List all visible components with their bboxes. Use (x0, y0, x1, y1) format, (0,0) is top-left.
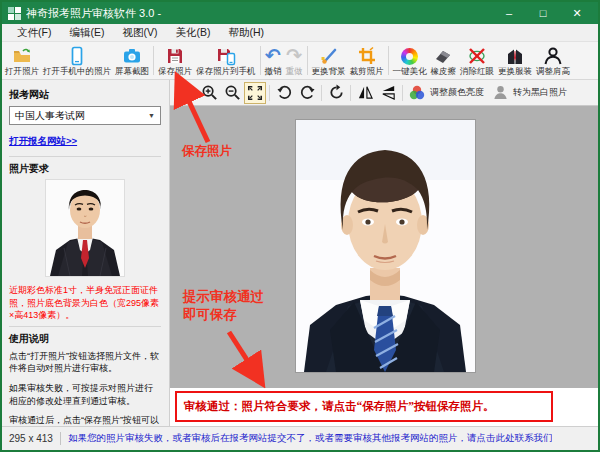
divider (9, 156, 161, 157)
sample-photo (9, 180, 161, 280)
save-photo-button[interactable]: 保存照片 (156, 42, 194, 79)
usage-paragraph: 如果审核失败，可按提示对照片进行相应的修改处理直到通过审核。 (9, 382, 161, 407)
save-to-phone-button[interactable]: 保存照片到手机 (194, 42, 258, 79)
save-to-phone-icon (216, 46, 236, 66)
rotate-right-button[interactable] (296, 82, 318, 104)
result-strip: 审核通过：照片符合要求，请点击“保存照片”按钮保存照片。 (170, 388, 598, 426)
divider (9, 326, 161, 327)
toolbar-separator (402, 85, 403, 101)
photo-dimensions: 295 x 413 (9, 433, 53, 444)
screenshot-button[interactable]: 屏幕截图 (113, 42, 151, 79)
fit-screen-icon (247, 85, 263, 101)
crop-photo-icon (357, 46, 377, 66)
grayscale-icon (492, 84, 509, 101)
usage-paragraph: 点击“打开照片”按钮选择照片文件，软件将自动对照片进行审核。 (9, 350, 161, 375)
open-phone-photo-button[interactable]: 打开手机中的照片 (41, 42, 113, 79)
open-site-link[interactable]: 打开报名网站>> (9, 135, 77, 148)
fit-screen-button[interactable] (244, 82, 266, 104)
redo-icon: ↷ (286, 46, 302, 66)
adjust-color-button[interactable] (406, 82, 428, 104)
menu-view[interactable]: 视图(V) (113, 24, 166, 41)
rotate-left-button[interactable] (273, 82, 295, 104)
chevron-down-icon: ▼ (148, 112, 155, 119)
maximize-button[interactable]: □ (526, 2, 560, 24)
toolbar-separator (153, 46, 154, 75)
crop-photo-button[interactable]: 裁剪照片 (348, 42, 386, 79)
rotate-free-button[interactable] (325, 82, 347, 104)
minimize-button[interactable]: – (492, 2, 526, 24)
flip-vertical-button[interactable] (377, 82, 399, 104)
toolbar-separator (260, 46, 261, 75)
remove-red-eye-button[interactable]: 消除红眼 (458, 42, 496, 79)
menu-beautify[interactable]: 美化(B) (166, 24, 219, 41)
rotate-free-icon (328, 84, 345, 101)
menu-bar: 文件(F) 编辑(E) 视图(V) 美化(B) 帮助(H) (2, 24, 598, 42)
rotate-right-icon (299, 84, 316, 101)
undo-icon: ↶ (265, 46, 281, 66)
main-toolbar: 打开照片 打开手机中的照片 屏幕截图 保存照片 保存照片到手机 (2, 42, 598, 80)
toolbar-separator (269, 85, 270, 101)
usage-header: 使用说明 (9, 332, 161, 346)
status-message-link[interactable]: 如果您的照片审核失败，或者审核后在报考网站提交不了，或者需要审核其他报考网站的照… (68, 432, 553, 445)
change-clothes-icon (505, 46, 525, 66)
adjust-shoulders-button[interactable]: 调整肩高 (534, 42, 572, 79)
sidebar: 报考网站 中国人事考试网 ▼ 打开报名网站>> 照片要求 (2, 80, 170, 426)
site-section-header: 报考网站 (9, 88, 161, 102)
open-phone-photo-icon (67, 46, 87, 66)
app-window: 神奇报考照片审核软件 3.0 - – □ ✕ 文件(F) 编辑(E) 视图(V)… (0, 0, 600, 452)
grayscale-button[interactable] (489, 82, 511, 104)
usage-paragraph: 审核通过后，点击“保存照片”按钮可以将通过后的照片保存到文件中。 (9, 414, 161, 426)
one-key-beautify-button[interactable]: 一键美化 (391, 42, 429, 79)
main-panel: 调整颜色亮度 转为黑白照片 (170, 80, 598, 426)
adjust-shoulders-icon (543, 46, 563, 66)
audit-result-box: 审核通过：照片符合要求，请点击“保存照片”按钮保存照片。 (175, 391, 553, 422)
exam-site-selected-value: 中国人事考试网 (15, 109, 85, 123)
grayscale-label[interactable]: 转为黑白照片 (513, 86, 567, 99)
redo-button[interactable]: ↷ 重做 (284, 42, 305, 79)
divider (60, 432, 61, 445)
exam-site-select[interactable]: 中国人事考试网 ▼ (9, 106, 161, 125)
eraser-icon (433, 46, 453, 66)
open-photo-icon (12, 46, 32, 66)
eraser-button[interactable]: 橡皮擦 (429, 42, 459, 79)
requirements-text: 近期彩色标准1寸，半身免冠正面证件照，照片底色背景为白色（宽295像素×高413… (9, 284, 161, 322)
close-button[interactable]: ✕ (560, 2, 594, 24)
app-logo-icon (8, 7, 21, 20)
requirements-header: 照片要求 (9, 162, 161, 176)
title-bar: 神奇报考照片审核软件 3.0 - – □ ✕ (2, 2, 598, 24)
toolbar-separator (388, 46, 389, 75)
zoom-in-button[interactable] (198, 82, 220, 104)
open-photo-button[interactable]: 打开照片 (3, 42, 41, 79)
photo-canvas (170, 106, 598, 388)
change-background-icon (319, 46, 339, 66)
change-clothes-button[interactable]: 更换服装 (496, 42, 534, 79)
zoom-out-button[interactable] (221, 82, 243, 104)
undo-button[interactable]: ↶ 撤销 (263, 42, 284, 79)
window-title: 神奇报考照片审核软件 3.0 - (26, 6, 492, 21)
main-photo[interactable] (296, 120, 475, 372)
toolbar-separator (307, 46, 308, 75)
adjust-color-icon (408, 84, 426, 102)
audit-result-text: 审核通过：照片符合要求，请点击“保存照片”按钮保存照片。 (184, 399, 495, 414)
screenshot-icon (122, 46, 142, 66)
save-photo-icon (165, 46, 185, 66)
menu-file[interactable]: 文件(F) (8, 24, 60, 41)
toolbar-separator (350, 85, 351, 101)
menu-help[interactable]: 帮助(H) (219, 24, 273, 41)
toolbar-separator (321, 85, 322, 101)
magnifier-button[interactable] (175, 82, 197, 104)
flip-vertical-icon (380, 84, 397, 101)
magnifier-icon (178, 84, 195, 101)
one-key-beautify-icon (401, 46, 418, 66)
menu-edit[interactable]: 编辑(E) (60, 24, 113, 41)
flip-horizontal-icon (357, 84, 374, 101)
change-background-button[interactable]: 更换背景 (310, 42, 348, 79)
remove-red-eye-icon (467, 46, 487, 66)
adjust-color-label[interactable]: 调整颜色亮度 (430, 86, 484, 99)
zoom-out-icon (224, 84, 241, 101)
view-toolbar: 调整颜色亮度 转为黑白照片 (170, 80, 598, 106)
zoom-in-icon (201, 84, 218, 101)
status-bar: 295 x 413 如果您的照片审核失败，或者审核后在报考网站提交不了，或者需要… (2, 426, 598, 450)
flip-horizontal-button[interactable] (354, 82, 376, 104)
rotate-left-icon (276, 84, 293, 101)
